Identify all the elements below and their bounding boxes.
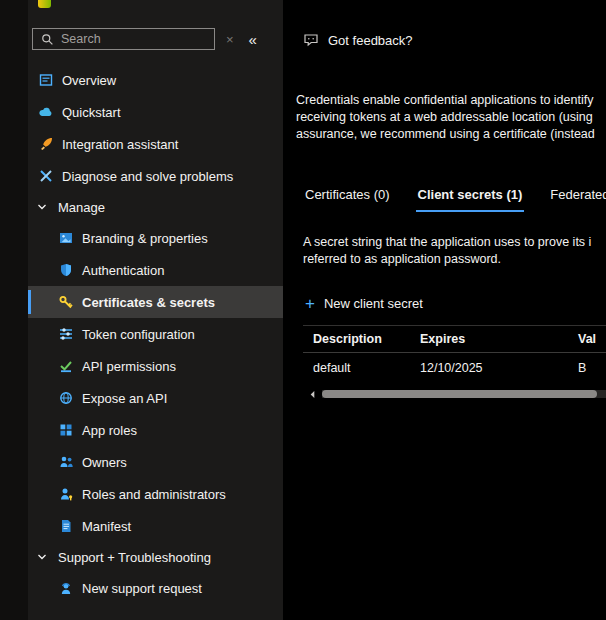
overview-icon xyxy=(38,72,54,88)
sidebar-item-label: Diagnose and solve problems xyxy=(62,169,233,184)
integration-assistant-icon xyxy=(38,136,54,152)
sidebar-item-label: Integration assistant xyxy=(62,137,178,152)
sidebar-item-label: API permissions xyxy=(82,359,176,374)
sidebar-item-label: New support request xyxy=(82,581,202,596)
sidebar-item-diagnose[interactable]: Diagnose and solve problems xyxy=(28,160,283,192)
resource-menu-sidebar: × « Overview Quickstart Integration assi… xyxy=(28,0,283,620)
left-edge-panel xyxy=(0,0,28,620)
sidebar-item-branding-properties[interactable]: Branding & properties xyxy=(28,222,283,254)
new-client-secret-button[interactable]: + New client secret xyxy=(305,296,606,311)
sidebar-item-label: Token configuration xyxy=(82,327,195,342)
resource-nav: Overview Quickstart Integration assistan… xyxy=(28,64,283,604)
scrollbar-thumb[interactable] xyxy=(322,390,597,398)
sidebar-item-label: Expose an API xyxy=(82,391,167,406)
sidebar-item-owners[interactable]: Owners xyxy=(28,446,283,478)
sidebar-item-integration-assistant[interactable]: Integration assistant xyxy=(28,128,283,160)
sidebar-item-api-permissions[interactable]: API permissions xyxy=(28,350,283,382)
header-expires: Expires xyxy=(420,332,578,346)
authentication-icon xyxy=(58,262,74,278)
sidebar-item-label: Owners xyxy=(82,455,127,470)
expose-api-icon xyxy=(58,390,74,406)
api-permissions-icon xyxy=(58,358,74,374)
sidebar-item-label: Authentication xyxy=(82,263,164,278)
collapse-menu-icon[interactable]: « xyxy=(249,31,256,48)
client-secret-description: A secret string that the application use… xyxy=(303,234,606,268)
sidebar-item-label: Branding & properties xyxy=(82,231,208,246)
header-value: Val xyxy=(578,332,606,346)
cell-value: B xyxy=(578,361,606,375)
support-request-icon xyxy=(58,580,74,596)
feedback-icon xyxy=(303,32,319,48)
diagnose-icon xyxy=(38,168,54,184)
sidebar-item-roles-administrators[interactable]: Roles and administrators xyxy=(28,478,283,510)
cell-expires: 12/10/2025 xyxy=(420,361,578,375)
app-roles-icon xyxy=(58,422,74,438)
branding-icon xyxy=(58,230,74,246)
scrollbar-track[interactable] xyxy=(322,390,606,398)
sidebar-item-label: Manifest xyxy=(82,519,131,534)
sidebar-item-label: App roles xyxy=(82,423,137,438)
tab-certificates[interactable]: Certificates (0) xyxy=(303,187,392,212)
secrets-table: Description Expires Val default 12/10/20… xyxy=(303,325,606,383)
intro-line: assurance, we recommend using a certific… xyxy=(296,126,606,143)
sidebar-item-manifest[interactable]: Manifest xyxy=(28,510,283,542)
tab-federated-credentials[interactable]: Federated xyxy=(548,187,606,212)
intro-line: receiving tokens at a web addressable lo… xyxy=(296,109,606,126)
certificates-secrets-blade: Got feedback? Credentials enable confide… xyxy=(283,0,606,620)
sidebar-item-app-roles[interactable]: App roles xyxy=(28,414,283,446)
manifest-icon xyxy=(58,518,74,534)
search-box[interactable] xyxy=(32,28,215,50)
quickstart-icon xyxy=(38,104,54,120)
sidebar-item-label: Quickstart xyxy=(62,105,121,120)
cell-description: default xyxy=(303,361,420,375)
new-client-secret-label: New client secret xyxy=(324,296,423,311)
sidebar-item-authentication[interactable]: Authentication xyxy=(28,254,283,286)
token-configuration-icon xyxy=(58,326,74,342)
pivot-tabs: Certificates (0) Client secrets (1) Fede… xyxy=(303,187,606,212)
sidebar-item-certificates-secrets[interactable]: Certificates & secrets xyxy=(28,286,283,318)
group-support-troubleshooting[interactable]: Support + Troubleshooting xyxy=(28,542,283,572)
sidebar-item-token-configuration[interactable]: Token configuration xyxy=(28,318,283,350)
roles-administrators-icon xyxy=(58,486,74,502)
search-icon xyxy=(39,31,55,47)
group-label: Support + Troubleshooting xyxy=(58,550,211,565)
chevron-down-icon xyxy=(36,551,48,563)
horizontal-scrollbar[interactable] xyxy=(306,388,606,400)
credentials-intro-text: Credentials enable confidential applicat… xyxy=(296,92,606,143)
sidebar-item-quickstart[interactable]: Quickstart xyxy=(28,96,283,128)
tab-client-secrets[interactable]: Client secrets (1) xyxy=(416,187,525,212)
clear-search-icon[interactable]: × xyxy=(226,32,234,47)
sidebar-item-label: Roles and administrators xyxy=(82,487,226,502)
header-description: Description xyxy=(303,332,420,346)
got-feedback-link[interactable]: Got feedback? xyxy=(303,32,606,48)
plus-icon: + xyxy=(305,298,315,310)
table-row[interactable]: default 12/10/2025 B xyxy=(303,353,606,383)
group-manage[interactable]: Manage xyxy=(28,192,283,222)
owners-icon xyxy=(58,454,74,470)
intro-line: Credentials enable confidential applicat… xyxy=(296,92,606,109)
chevron-down-icon xyxy=(36,201,48,213)
desc-line: A secret string that the application use… xyxy=(303,234,606,251)
certificates-icon xyxy=(58,294,74,310)
group-label: Manage xyxy=(58,200,105,215)
sidebar-item-expose-an-api[interactable]: Expose an API xyxy=(28,382,283,414)
desc-line: referred to as application password. xyxy=(303,251,606,268)
sidebar-item-label: Overview xyxy=(62,73,116,88)
sidebar-item-new-support-request[interactable]: New support request xyxy=(28,572,283,604)
sidebar-search-row: × « xyxy=(32,28,277,50)
sidebar-item-overview[interactable]: Overview xyxy=(28,64,283,96)
sidebar-item-label: Certificates & secrets xyxy=(82,295,215,310)
search-input[interactable] xyxy=(61,32,208,46)
table-header-row: Description Expires Val xyxy=(303,325,606,353)
got-feedback-label: Got feedback? xyxy=(328,33,413,48)
app-icon-fragment xyxy=(38,0,51,8)
scroll-left-icon[interactable] xyxy=(306,388,319,400)
